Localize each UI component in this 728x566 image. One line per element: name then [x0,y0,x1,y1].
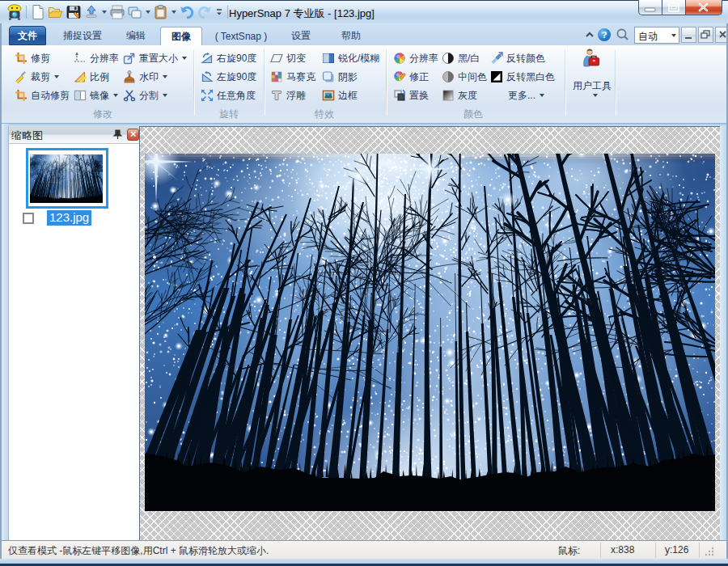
svg-text:?: ? [602,30,607,40]
